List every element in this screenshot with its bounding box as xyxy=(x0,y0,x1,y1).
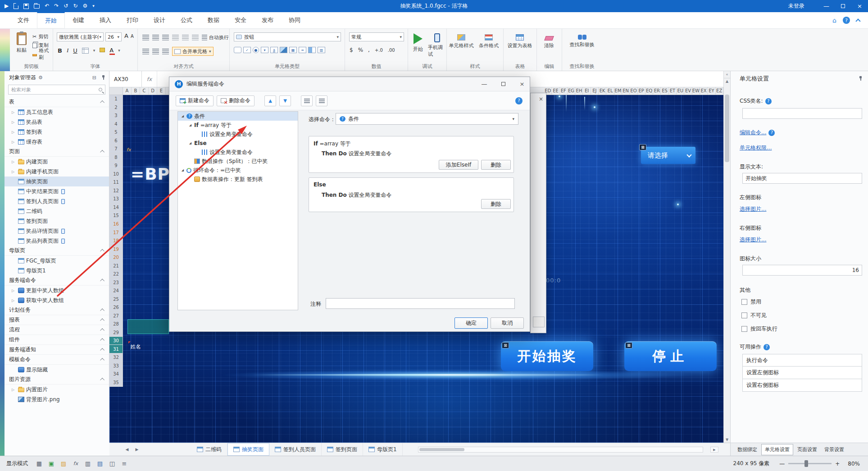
conditional-format-button[interactable]: 条件格式 xyxy=(476,32,502,49)
collapse-chevron-icon[interactable] xyxy=(100,308,105,313)
command-node-数组操作（Split）：已中奖[interactable]: 数组操作（Split）：已中奖 xyxy=(178,157,298,166)
sheet-tab-母版页1[interactable]: 母版页1 xyxy=(363,443,403,456)
row-header-9[interactable]: 9 xyxy=(109,162,123,170)
currency-format-button[interactable]: $ xyxy=(350,47,353,53)
column-header-EV[interactable]: EV xyxy=(684,87,692,95)
row-header-13[interactable]: 13 xyxy=(109,195,123,204)
dialog-help-icon[interactable]: ? xyxy=(515,97,523,104)
sidebar-item-显示隐藏[interactable]: 显示隐藏 xyxy=(5,365,109,375)
align-bottom-icon[interactable] xyxy=(162,35,169,41)
column-header-A[interactable]: A xyxy=(123,87,132,95)
command-node-Else[interactable]: ◢Else xyxy=(178,139,298,148)
column-header-EP[interactable]: EP xyxy=(638,87,645,95)
window-view-icon[interactable]: ◫ xyxy=(108,460,116,467)
sidebar-section-服务端命令[interactable]: 服务端命令 xyxy=(5,276,109,285)
css-class-input[interactable] xyxy=(742,108,862,119)
expander-icon[interactable]: ▷ xyxy=(12,289,16,293)
column-header-EY[interactable]: EY xyxy=(708,87,715,95)
set-as-table-button[interactable]: 设置为表格 xyxy=(504,32,535,49)
cell-type-select[interactable]: 按钮▾ xyxy=(234,32,341,41)
dropdown-arrow-icon[interactable]: ▾ xyxy=(93,48,95,53)
refresh-cw-icon[interactable]: ↻ xyxy=(73,0,77,12)
sidebar-item-更新中奖人数组[interactable]: ▷更新中奖人数组 xyxy=(5,285,109,295)
column-header-EU[interactable]: EU xyxy=(677,87,684,95)
redo-icon[interactable]: ↷ xyxy=(54,0,59,12)
table-view-icon[interactable]: ▤ xyxy=(96,460,104,467)
borders-button[interactable] xyxy=(82,48,89,54)
row-header-4[interactable]: 4 xyxy=(109,120,123,129)
qat-dropdown-icon[interactable]: ▾ xyxy=(92,0,95,12)
checkbox-icon[interactable] xyxy=(741,299,747,305)
collapse-chevron-icon[interactable] xyxy=(100,100,105,105)
cell-permission-link[interactable]: 单元格权限... xyxy=(740,144,772,152)
expander-icon[interactable]: ▷ xyxy=(12,110,16,114)
move-down-button[interactable]: ▼ xyxy=(279,95,291,106)
sidebar-item-奖品详情页面[interactable]: 奖品详情页面 xyxy=(5,226,109,236)
row-header-24[interactable]: 24 xyxy=(109,287,123,295)
zoom-out-icon[interactable]: — xyxy=(779,461,785,467)
minimize-button[interactable]: — xyxy=(818,0,835,12)
help-icon[interactable]: ? xyxy=(768,130,775,136)
open-folder-icon[interactable] xyxy=(34,4,40,9)
chart-view-icon[interactable]: ▥ xyxy=(84,460,92,467)
sidebar-section-流程[interactable]: 流程 xyxy=(5,325,109,335)
menu-icon[interactable]: ≡ xyxy=(120,460,128,467)
formula-view-icon[interactable]: fx xyxy=(72,460,80,467)
sidebar-section-表[interactable]: 表 xyxy=(5,97,109,107)
column-header-EX[interactable]: EX xyxy=(700,87,708,95)
delete-if-button[interactable]: 删除 xyxy=(481,160,511,170)
dialog-close-button[interactable]: × xyxy=(514,78,530,90)
expander-icon[interactable]: ◢ xyxy=(181,168,185,172)
mobile-debug-button[interactable]: 手机调试 xyxy=(428,31,446,58)
collapse-chevron-icon[interactable] xyxy=(100,338,105,343)
find-replace-button[interactable]: 查找和替换 xyxy=(564,31,600,48)
sidebar-section-组件[interactable]: 组件 xyxy=(5,335,109,345)
row-header-17[interactable]: 17 xyxy=(109,228,123,237)
add-elseif-button[interactable]: 添加ElseIf xyxy=(439,160,478,170)
decrease-decimal-button[interactable]: .00 xyxy=(388,48,395,53)
font-size-select[interactable]: 26▾ xyxy=(105,32,122,41)
column-header-EN[interactable]: EN xyxy=(622,87,630,95)
ribbon-tab-开始[interactable]: 开始 xyxy=(37,12,65,28)
number-format-select[interactable]: 常规▾ xyxy=(349,32,404,41)
scroll-up-icon[interactable]: ▲ xyxy=(724,78,730,85)
left-icon-choose-image-link[interactable]: 选择图片... xyxy=(740,205,766,213)
save-icon[interactable] xyxy=(23,4,29,9)
command-node-条件[interactable]: ◢?条件 xyxy=(178,112,298,121)
row-header-10[interactable]: 10 xyxy=(109,170,123,179)
collapse-chevron-icon[interactable] xyxy=(100,358,105,362)
checkbox-不可见[interactable]: 不可见 xyxy=(741,312,767,319)
icon-size-input[interactable]: 16 xyxy=(742,265,862,276)
display-text-input[interactable]: 开始抽奖 xyxy=(742,173,862,184)
expander-icon[interactable]: ▷ xyxy=(12,140,16,144)
row-header-31[interactable]: 31 xyxy=(109,345,123,353)
sidebar-item-母版页1[interactable]: 母版页1 xyxy=(5,266,109,276)
grid-view-icon[interactable]: ▦ xyxy=(35,460,43,467)
sidebar-item-FGC_母版页[interactable]: FGC_母版页 xyxy=(5,256,109,266)
login-status[interactable]: 未登录 xyxy=(788,2,804,10)
scrollbar-thumb[interactable] xyxy=(419,448,464,451)
horizontal-scrollbar[interactable] xyxy=(418,447,703,453)
column-header-EO[interactable]: EO xyxy=(630,87,637,95)
collapse-chevron-icon[interactable] xyxy=(100,150,105,154)
radio-type-icon[interactable]: ● xyxy=(253,47,259,53)
zoom-slider-thumb[interactable] xyxy=(804,460,808,467)
row-header-1[interactable]: 1 xyxy=(109,95,123,104)
column-header-EH[interactable]: EH xyxy=(575,87,583,95)
cell-name-box[interactable]: AX30 xyxy=(109,71,142,87)
row-header-20[interactable]: 20 xyxy=(109,254,123,262)
row-header-32[interactable]: 32 xyxy=(109,353,123,362)
ribbon-tab-协同[interactable]: 协同 xyxy=(281,12,308,28)
image-type-icon[interactable] xyxy=(280,47,287,53)
column-header-EZ[interactable]: EZ xyxy=(716,87,723,95)
row-header-18[interactable]: 18 xyxy=(109,237,123,245)
help-icon[interactable]: ? xyxy=(765,98,772,104)
object-manager-gear-icon[interactable]: ⚙ xyxy=(38,75,43,81)
sidebar-item-内置图片[interactable]: ▷内置图片 xyxy=(5,385,109,394)
ribbon-tab-文件[interactable]: 文件 xyxy=(10,12,37,28)
fill-color-button[interactable] xyxy=(100,47,105,54)
column-header-ET[interactable]: ET xyxy=(669,87,677,95)
column-header-EF[interactable]: EF xyxy=(560,87,568,95)
cell-style-button[interactable]: 单元格样式 xyxy=(448,32,475,49)
collapse-chevron-icon[interactable] xyxy=(100,348,105,353)
